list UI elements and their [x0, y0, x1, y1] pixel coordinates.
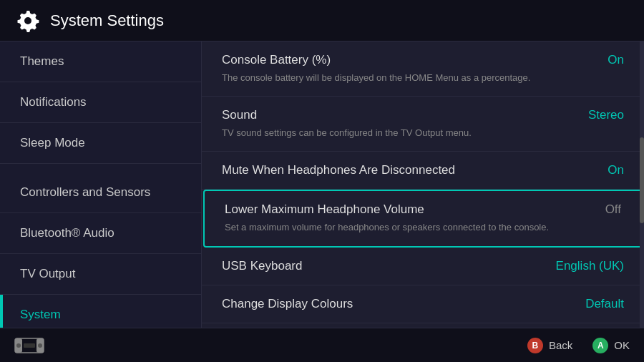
setting-console-battery[interactable]: Console Battery (%) On The console batte…	[202, 41, 644, 97]
header: System Settings	[0, 0, 644, 41]
svg-point-3	[16, 343, 21, 348]
a-button-icon: A	[592, 338, 608, 353]
setting-sound[interactable]: Sound Stereo TV sound settings can be co…	[202, 97, 644, 152]
gear-icon	[17, 9, 40, 32]
scrollbar-thumb	[640, 137, 644, 223]
sidebar-item-sleep-mode[interactable]: Sleep Mode	[0, 123, 201, 164]
back-button[interactable]: B Back	[527, 338, 572, 353]
console-icon	[14, 336, 44, 356]
sidebar-item-bluetooth-audio[interactable]: Bluetooth® Audio	[0, 213, 201, 254]
footer-left	[14, 336, 44, 356]
sidebar-item-tv-output[interactable]: TV Output	[0, 254, 201, 295]
sidebar-item-notifications[interactable]: Notifications	[0, 82, 201, 123]
sidebar-item-themes[interactable]: Themes	[0, 41, 201, 82]
setting-usb-keyboard[interactable]: USB Keyboard English (UK)	[202, 248, 644, 285]
svg-rect-5	[24, 343, 35, 348]
settings-list: Console Battery (%) On The console batte…	[202, 41, 644, 323]
setting-change-display-colours[interactable]: Change Display Colours Default	[202, 285, 644, 323]
sidebar-spacer	[0, 164, 201, 172]
main-layout: Themes Notifications Sleep Mode Controll…	[0, 41, 644, 362]
ok-button[interactable]: A OK	[592, 338, 630, 353]
sidebar-item-controllers-sensors[interactable]: Controllers and Sensors	[0, 172, 201, 213]
setting-lower-headphone-volume[interactable]: Lower Maximum Headphone Volume Off Set a…	[203, 190, 643, 247]
footer-right: B Back A OK	[527, 338, 630, 353]
setting-mute-headphones[interactable]: Mute When Headphones Are Disconnected On	[202, 152, 644, 190]
svg-point-4	[38, 343, 42, 348]
page-title: System Settings	[50, 11, 164, 30]
b-button-icon: B	[527, 338, 543, 353]
content-area: Console Battery (%) On The console batte…	[202, 41, 644, 362]
scrollbar[interactable]	[640, 41, 644, 362]
sidebar: Themes Notifications Sleep Mode Controll…	[0, 41, 202, 362]
footer: B Back A OK	[0, 328, 644, 362]
